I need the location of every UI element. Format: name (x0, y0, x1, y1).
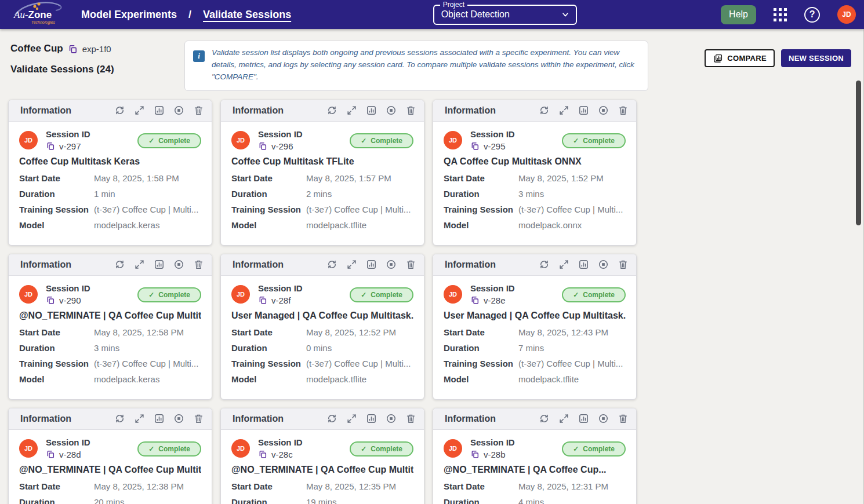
session-card[interactable]: Information JD (220, 408, 424, 504)
refresh-icon[interactable] (539, 105, 550, 116)
help-button[interactable]: Help (721, 5, 756, 24)
refresh-icon[interactable] (114, 105, 125, 116)
breadcrumb-separator: / (188, 9, 191, 21)
status-label: Complete (371, 445, 402, 453)
delete-icon[interactable] (405, 413, 416, 424)
expand-icon[interactable] (134, 259, 145, 270)
delete-icon[interactable] (618, 105, 629, 116)
expand-icon[interactable] (558, 105, 569, 116)
breadcrumb-validate-sessions[interactable]: Validate Sessions (203, 9, 291, 21)
copy-icon[interactable] (46, 295, 55, 305)
training-session-row: Training Session (t-3e7) Coffee Cup | Mu… (231, 359, 413, 368)
project-select[interactable]: Project Object Detection (433, 5, 577, 25)
stop-icon[interactable] (598, 413, 609, 424)
copy-icon[interactable] (258, 295, 267, 305)
model-row: Model modelpack.tflite (231, 374, 413, 384)
new-session-button[interactable]: NEW SESSION (781, 49, 851, 67)
vertical-scrollbar-thumb[interactable] (856, 81, 861, 225)
status-label: Complete (583, 445, 615, 453)
metrics-icon[interactable] (154, 413, 165, 424)
card-body: JD Session ID v-290 ✓ Complete @NO_TERMI… (9, 276, 212, 384)
copy-icon[interactable] (470, 295, 480, 305)
refresh-icon[interactable] (326, 259, 337, 270)
stop-icon[interactable] (173, 259, 184, 270)
stop-icon[interactable] (598, 105, 609, 116)
refresh-icon[interactable] (539, 413, 550, 424)
session-card[interactable]: Information JD (8, 100, 212, 246)
card-body: JD Session ID v-297 ✓ Complete Coffee Cu… (9, 122, 212, 230)
session-name: User Managed | QA Coffee Cup Multitask..… (231, 311, 413, 321)
card-header-title: Information (445, 414, 496, 424)
compare-button[interactable]: COMPARE (705, 49, 775, 67)
delete-icon[interactable] (618, 259, 629, 270)
session-card[interactable]: Information JD (433, 408, 637, 504)
refresh-icon[interactable] (114, 413, 125, 424)
question-help-icon[interactable]: ? (804, 7, 820, 23)
delete-icon[interactable] (193, 413, 204, 424)
refresh-icon[interactable] (326, 105, 337, 116)
au-zone-logo[interactable]: Au-Zone Technologies (9, 1, 67, 28)
breadcrumb-model-experiments[interactable]: Model Experiments (81, 9, 177, 21)
delete-icon[interactable] (193, 105, 204, 116)
delete-icon[interactable] (193, 259, 204, 270)
stop-icon[interactable] (598, 259, 609, 270)
stop-icon[interactable] (173, 413, 184, 424)
copy-icon[interactable] (470, 450, 480, 459)
metrics-icon[interactable] (366, 105, 377, 116)
user-avatar[interactable]: JD (837, 5, 856, 24)
stop-icon[interactable] (386, 413, 397, 424)
session-card[interactable]: Information JD (8, 254, 212, 400)
apps-grid-icon[interactable] (774, 8, 787, 21)
expand-icon[interactable] (346, 259, 357, 270)
expand-icon[interactable] (558, 259, 569, 270)
expand-icon[interactable] (346, 413, 357, 424)
start-date-value: May 8, 2025, 12:58 PM (94, 327, 201, 337)
metrics-icon[interactable] (366, 259, 377, 270)
card-actions (114, 105, 204, 116)
session-card[interactable]: Information JD (8, 408, 212, 504)
expand-icon[interactable] (558, 413, 569, 424)
metrics-icon[interactable] (578, 105, 589, 116)
metrics-icon[interactable] (578, 259, 589, 270)
delete-icon[interactable] (618, 413, 629, 424)
card-header-title: Information (20, 260, 71, 270)
refresh-icon[interactable] (539, 259, 550, 270)
session-card[interactable]: Information JD (433, 254, 637, 400)
session-card[interactable]: Information JD (433, 100, 637, 246)
copy-icon[interactable] (258, 450, 267, 459)
copy-icon[interactable] (46, 450, 55, 459)
stop-icon[interactable] (386, 105, 397, 116)
session-id-label: Session ID (470, 129, 515, 139)
training-session-value: (t-3e7) Coffee Cup | Multi... (518, 204, 626, 214)
session-card[interactable]: Information JD (220, 100, 424, 246)
duration-row: Duration 3 mins (444, 189, 626, 199)
copy-icon[interactable] (258, 141, 267, 151)
duration-value: 7 mins (518, 343, 626, 353)
duration-value: 0 mins (306, 343, 413, 353)
expand-icon[interactable] (134, 413, 145, 424)
delete-icon[interactable] (405, 259, 416, 270)
copy-icon[interactable] (46, 141, 55, 151)
copy-icon[interactable] (68, 44, 78, 54)
stop-icon[interactable] (386, 259, 397, 270)
card-body: JD Session ID v-28b ✓ Complete @NO_TERMI… (433, 430, 636, 504)
session-id-block: Session ID v-295 (470, 129, 515, 151)
refresh-icon[interactable] (114, 259, 125, 270)
metrics-icon[interactable] (366, 413, 377, 424)
metrics-icon[interactable] (154, 259, 165, 270)
metrics-icon[interactable] (578, 413, 589, 424)
start-date-value: May 8, 2025, 12:43 PM (518, 327, 626, 337)
refresh-icon[interactable] (326, 413, 337, 424)
session-id-value: v-290 (59, 295, 81, 305)
delete-icon[interactable] (405, 105, 416, 116)
card-body: JD Session ID v-28c ✓ Complete @NO_TERMI… (221, 430, 424, 504)
card-header-title: Information (445, 105, 496, 116)
stop-icon[interactable] (173, 105, 184, 116)
check-icon: ✓ (148, 291, 154, 299)
metrics-icon[interactable] (154, 105, 165, 116)
expand-icon[interactable] (134, 105, 145, 116)
expand-icon[interactable] (346, 105, 357, 116)
session-card[interactable]: Information JD (220, 254, 424, 400)
copy-icon[interactable] (470, 141, 480, 151)
model-row: Model modelpack.tflite (231, 220, 413, 230)
